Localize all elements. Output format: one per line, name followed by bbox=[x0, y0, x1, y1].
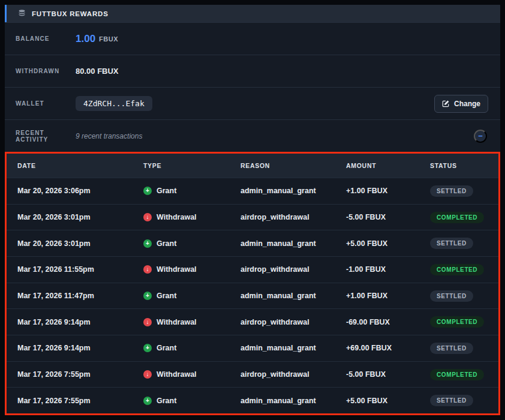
tx-type-cell: ↓ Withdrawal bbox=[133, 213, 230, 221]
table-row: Mar 17, 2026 11:47pm + Grant admin_manua… bbox=[7, 283, 498, 309]
tx-status-cell: COMPLETED bbox=[419, 316, 498, 328]
grant-icon: + bbox=[143, 292, 152, 300]
tx-type: Withdrawal bbox=[157, 265, 197, 274]
status-badge: COMPLETED bbox=[430, 264, 484, 275]
table-row: Mar 20, 2026 3:06pm + Grant admin_manual… bbox=[7, 178, 498, 204]
tx-type: Withdrawal bbox=[157, 370, 197, 379]
rewards-page: FUTTBUX REWARDS BALANCE 1.00 FBUX WITHDR… bbox=[0, 0, 505, 420]
tx-date: Mar 20, 2026 3:01pm bbox=[7, 213, 133, 221]
tx-date: Mar 20, 2026 3:06pm bbox=[7, 187, 133, 195]
status-badge: SETTLED bbox=[430, 185, 473, 197]
activity-summary: 9 recent transactions bbox=[76, 132, 142, 140]
tx-amount: +1.00 FBUX bbox=[335, 292, 419, 300]
transactions-header: DATE TYPE REASON AMOUNT STATUS bbox=[7, 154, 498, 178]
tx-type-cell: + Grant bbox=[133, 292, 230, 300]
status-badge: COMPLETED bbox=[430, 369, 484, 380]
status-badge: COMPLETED bbox=[430, 212, 484, 223]
recent-activity-label: RECENT ACTIVITY bbox=[5, 130, 76, 143]
grant-icon: + bbox=[143, 239, 152, 248]
tx-reason: airdrop_withdrawal bbox=[230, 213, 335, 221]
tx-type-cell: + Grant bbox=[133, 397, 230, 405]
tx-status-cell: COMPLETED bbox=[419, 212, 498, 223]
tx-type: Withdrawal bbox=[157, 318, 197, 326]
withdrawal-icon: ↓ bbox=[143, 370, 152, 379]
balance-row: BALANCE 1.00 FBUX bbox=[5, 22, 500, 55]
balance-label: BALANCE bbox=[5, 35, 76, 42]
recent-activity-row: RECENT ACTIVITY 9 recent transactions − bbox=[5, 119, 500, 152]
grant-icon: + bbox=[143, 187, 152, 195]
balance-unit: FBUX bbox=[99, 35, 118, 43]
withdrawn-row: WITHDRAWN 80.00 FBUX bbox=[5, 55, 500, 87]
column-header-reason: REASON bbox=[230, 162, 335, 169]
panel-header: FUTTBUX REWARDS bbox=[5, 5, 500, 22]
edit-icon bbox=[442, 100, 450, 107]
tx-date: Mar 17, 2026 9:14pm bbox=[7, 318, 133, 326]
table-row: Mar 17, 2026 9:14pm ↓ Withdrawal airdrop… bbox=[7, 308, 498, 335]
tx-reason: airdrop_withdrawal bbox=[230, 370, 335, 379]
tx-reason: admin_manual_grant bbox=[230, 292, 335, 300]
withdrawal-icon: ↓ bbox=[143, 318, 152, 326]
tx-amount: -5.00 FBUX bbox=[335, 213, 419, 221]
tx-type-cell: ↓ Withdrawal bbox=[133, 318, 230, 326]
column-header-type: TYPE bbox=[133, 162, 230, 169]
tx-type: Withdrawal bbox=[157, 213, 197, 221]
status-badge: COMPLETED bbox=[430, 316, 484, 328]
tx-amount: +1.00 FBUX bbox=[335, 187, 419, 195]
change-button-label: Change bbox=[454, 100, 480, 108]
tx-status-cell: COMPLETED bbox=[419, 369, 498, 380]
tx-amount: +69.00 FBUX bbox=[335, 344, 419, 352]
tx-amount: +5.00 FBUX bbox=[335, 397, 419, 405]
status-badge: SETTLED bbox=[430, 343, 473, 354]
tx-reason: admin_manual_grant bbox=[230, 239, 335, 248]
tx-amount: -69.00 FBUX bbox=[335, 318, 419, 326]
table-row: Mar 17, 2026 9:14pm + Grant admin_manual… bbox=[7, 335, 498, 361]
tx-type-cell: ↓ Withdrawal bbox=[133, 370, 230, 379]
tx-status-cell: SETTLED bbox=[419, 395, 498, 406]
wallet-address: 4ZdRCH...Efak bbox=[76, 96, 152, 111]
tx-reason: admin_manual_grant bbox=[230, 187, 335, 195]
tx-status-cell: COMPLETED bbox=[419, 264, 498, 275]
status-badge: SETTLED bbox=[430, 290, 473, 302]
table-row: Mar 17, 2026 7:55pm + Grant admin_manual… bbox=[7, 387, 498, 413]
tx-date: Mar 20, 2026 3:01pm bbox=[7, 239, 133, 248]
withdrawal-icon: ↓ bbox=[143, 265, 152, 274]
grant-icon: + bbox=[143, 397, 152, 405]
tx-type: Grant bbox=[157, 239, 176, 248]
change-wallet-button[interactable]: Change bbox=[434, 95, 488, 113]
tx-date: Mar 17, 2026 11:55pm bbox=[7, 265, 133, 274]
tx-status-cell: SETTLED bbox=[419, 343, 498, 354]
coins-icon bbox=[17, 9, 26, 18]
status-badge: SETTLED bbox=[430, 238, 473, 249]
grant-icon: + bbox=[143, 344, 152, 352]
tx-type: Grant bbox=[157, 187, 176, 195]
wallet-label: WALLET bbox=[5, 100, 76, 107]
tx-type: Grant bbox=[157, 344, 176, 352]
balance-value: 1.00 bbox=[76, 33, 95, 45]
tx-date: Mar 17, 2026 9:14pm bbox=[7, 344, 133, 352]
tx-type-cell: + Grant bbox=[133, 187, 230, 195]
tx-status-cell: SETTLED bbox=[419, 185, 498, 197]
tx-type-cell: + Grant bbox=[133, 344, 230, 352]
column-header-amount: AMOUNT bbox=[335, 162, 419, 169]
tx-type-cell: + Grant bbox=[133, 239, 230, 248]
withdrawn-value: 80.00 FBUX bbox=[76, 67, 119, 76]
table-row: Mar 17, 2026 7:55pm ↓ Withdrawal airdrop… bbox=[7, 361, 498, 388]
wallet-row: WALLET 4ZdRCH...Efak Change bbox=[5, 87, 500, 119]
tx-reason: admin_manual_grant bbox=[230, 344, 335, 352]
tx-reason: airdrop_withdrawal bbox=[230, 318, 335, 326]
minus-icon: − bbox=[478, 131, 483, 140]
status-badge: SETTLED bbox=[430, 395, 473, 406]
column-header-status: STATUS bbox=[419, 162, 498, 169]
tx-reason: airdrop_withdrawal bbox=[230, 265, 335, 274]
tx-reason: admin_manual_grant bbox=[230, 397, 335, 405]
tx-status-cell: SETTLED bbox=[419, 290, 498, 302]
tx-date: Mar 17, 2026 11:47pm bbox=[7, 292, 133, 300]
panel-title: FUTTBUX REWARDS bbox=[32, 10, 109, 17]
tx-amount: +5.00 FBUX bbox=[335, 239, 419, 248]
column-header-date: DATE bbox=[7, 162, 133, 169]
tx-date: Mar 17, 2026 7:55pm bbox=[7, 397, 133, 405]
tx-date: Mar 17, 2026 7:55pm bbox=[7, 370, 133, 379]
withdrawn-label: WITHDRAWN bbox=[5, 68, 76, 74]
collapse-activity-button[interactable]: − bbox=[474, 130, 487, 143]
table-row: Mar 17, 2026 11:55pm ↓ Withdrawal airdro… bbox=[7, 256, 498, 283]
